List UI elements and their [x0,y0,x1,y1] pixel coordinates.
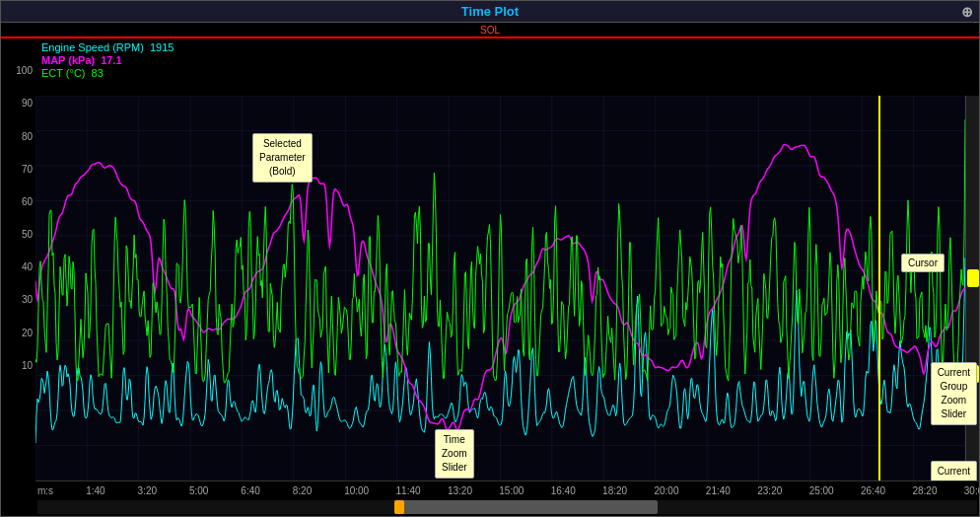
y-tick-40: 40 [22,261,33,272]
sol-bar: SOL [1,23,979,38]
legend-row-2: ECT (°C)83 [41,67,973,79]
y-tick-10: 10 [22,360,33,371]
y-tick-80: 80 [22,131,33,142]
app-window: Time Plot ⊕ SOL 100908070605040302010 En… [0,0,980,517]
y-tick-100: 100 [16,65,33,76]
legend-row-0: Engine Speed (RPM)1915 [41,41,973,53]
close-icon[interactable]: ⊕ [961,4,973,20]
y-tick-50: 50 [22,229,33,240]
cursor-line [878,96,880,480]
bottom-scrollbar-row [37,500,977,514]
sol-label: SOL [480,25,500,36]
zoom-slider-tooltip: CurrentGroupZoomSlider [931,362,977,425]
legend-label-0: Engine Speed (RPM) [41,41,144,53]
cursor-tooltip: Cursor [901,254,945,272]
y-axis: 100908070605040302010 [1,38,35,423]
title-bar: Time Plot ⊕ [1,1,979,23]
zoom-slider-handle[interactable] [967,269,979,287]
y-tick-70: 70 [22,164,33,175]
legend-value-1: 17.1 [101,54,121,66]
legend: Engine Speed (RPM)1915MAP (kPa)17.1ECT (… [35,38,979,96]
chart-container: SelectedParameter(Bold) Cursor CurrentGr… [35,96,979,480]
x-axis-row [35,481,979,498]
main-area: 100908070605040302010 Engine Speed (RPM)… [1,38,979,516]
time-zoom-marker[interactable] [394,500,404,514]
bottom-area [35,480,979,516]
y-tick-90: 90 [22,98,33,109]
legend-value-0: 1915 [150,41,174,53]
chart-and-right: Engine Speed (RPM)1915MAP (kPa)17.1ECT (… [35,38,979,516]
bottom-scrollbar-thumb[interactable] [394,500,658,514]
chart-canvas [35,96,965,480]
legend-label-1: MAP (kPa) [41,54,95,66]
x-axis-canvas [35,481,979,499]
time-zoom-tooltip: TimeZoomSlider [435,429,474,479]
window-title: Time Plot [461,4,519,19]
legend-row-1: MAP (kPa)17.1 [41,54,973,66]
legend-value-2: 83 [92,67,104,79]
legend-label-2: ECT (°C) [41,67,86,79]
axis-slider-tooltip: CurrentGroupAxisSlider [931,461,977,480]
y-tick-30: 30 [22,294,33,305]
selected-param-tooltip: SelectedParameter(Bold) [252,133,313,183]
y-tick-20: 20 [22,328,33,338]
y-tick-60: 60 [22,196,33,207]
